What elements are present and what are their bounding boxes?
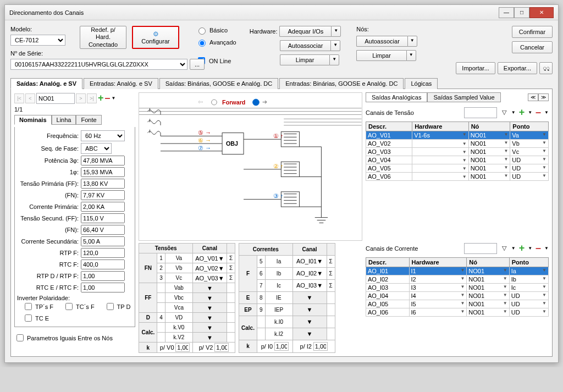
serial-more-button[interactable]: ... (190, 59, 205, 70)
subtab-nominais[interactable]: Nominais (14, 115, 52, 125)
dropdown-icon[interactable]: ▼ (112, 96, 116, 101)
table-row[interactable]: AO_I05I5▼NO01▼UD▼ (366, 300, 548, 308)
svg-text:⑤ →: ⑤ → (198, 129, 212, 136)
pv0-input[interactable] (175, 343, 190, 352)
pi0-input[interactable] (274, 342, 289, 351)
pot1-input[interactable] (81, 167, 125, 177)
tsff-input[interactable] (81, 213, 125, 223)
param-iguais-check[interactable]: Parametros Iguais Entre os Nós (14, 333, 135, 343)
tpsf-check[interactable]: TP´s F (23, 301, 53, 312)
corrp-input[interactable] (81, 202, 125, 212)
minimize-button[interactable]: — (499, 7, 514, 18)
adequar-button[interactable]: Adequar I/Os▼ (279, 26, 341, 37)
cancelar-button[interactable]: Cancelar (512, 41, 553, 53)
tensao-table[interactable]: Descr.HardwareNóPonto AO_V01V1-6s▼NO01▼V… (366, 122, 549, 181)
subtab-linha[interactable]: Linha (52, 115, 76, 125)
hardware-label: Hardware: (250, 28, 278, 35)
filter-corrente-icon[interactable]: ▽ (500, 245, 508, 252)
tce-check[interactable]: TC E (23, 313, 49, 323)
svg-text:① ↑: ① ↑ (273, 132, 283, 139)
corrs-label: Corrente Secundária: (17, 238, 79, 245)
rtce-input[interactable] (81, 283, 125, 292)
freq-label: Frequência: (17, 132, 79, 139)
maximize-button[interactable]: □ (514, 7, 529, 18)
corrs-input[interactable] (81, 236, 125, 246)
add-node-icon[interactable]: + (98, 92, 104, 104)
pot3-input[interactable] (81, 156, 125, 165)
autoassociar-nos-button[interactable]: Autoassociar▼ (356, 36, 417, 47)
remove-node-icon[interactable]: – (105, 92, 111, 104)
importar-button[interactable]: Importar... (456, 62, 495, 74)
scroll-left-button[interactable]: ≪ (528, 93, 538, 101)
close-button[interactable]: ✕ (529, 7, 554, 18)
table-row[interactable]: AO_I06I6▼NO01▼UD▼ (366, 308, 548, 317)
svg-text:② ↑: ② ↑ (273, 163, 283, 169)
add-tensao-icon[interactable]: + (519, 107, 525, 118)
serial-select[interactable]: 00106157AAH33222211U5HVRGLGLGL2Z0XXX (10, 59, 187, 70)
svg-point-1 (253, 99, 260, 106)
add-corrente-icon[interactable]: + (519, 242, 525, 254)
confirmar-button[interactable]: Confirmar (512, 26, 553, 38)
nav-last[interactable]: >| (87, 93, 97, 103)
table-row[interactable]: AO_I02I2▼NO01▼Ib▼ (366, 275, 548, 284)
pv2-input[interactable] (214, 343, 229, 352)
avancado-radio[interactable]: Avançado (196, 38, 236, 47)
scroll-right-button[interactable]: ≫ (538, 93, 549, 101)
tensoes-table: TensõesCanal FN1VaAO_V01▼Σ 2VbAO_V02▼Σ 3… (139, 243, 235, 353)
tensao-filter-input[interactable] (464, 107, 497, 118)
rtpf-input[interactable] (81, 248, 125, 258)
exportar-button[interactable]: Exportar... (498, 62, 537, 74)
table-row[interactable]: AO_I03I3▼NO01▼Ic▼ (366, 284, 548, 292)
pi2-input[interactable] (313, 342, 328, 351)
table-row[interactable]: AO_V04▼NO01▼UD▼ (366, 156, 548, 164)
tpff-label: Tensão Primária (FF): (17, 180, 79, 187)
rtpd-input[interactable] (81, 271, 125, 281)
back-arrow-icon: ⇦ (198, 98, 203, 105)
nav-first[interactable]: |< (14, 93, 24, 103)
rtab-sampled[interactable]: Saídas Sampled Value (427, 92, 500, 102)
tpd-check[interactable]: TP D (104, 301, 131, 312)
tpfn-input[interactable] (81, 190, 125, 200)
tab-entradas-binarias[interactable]: Entradas: Binárias, GOOSE e Analóg. DC (279, 78, 404, 89)
table-row[interactable]: AO_V03▼NO01▼Vc▼ (366, 148, 548, 156)
remove-corrente-icon[interactable]: – (536, 242, 541, 254)
basico-radio[interactable]: Básico (196, 26, 236, 35)
corrente-table[interactable]: Descr.HardwareNóPonto AO_I01I1▼NO01▼Ia▼A… (366, 257, 549, 317)
tab-saidas-binarias[interactable]: Saídas: Binárias, GOOSE e Analóg. DC (159, 78, 278, 89)
corrente-filter-input[interactable] (464, 243, 497, 254)
table-row[interactable]: AO_V06▼NO01▼UD▼ (366, 173, 548, 181)
rtcf-input[interactable] (81, 260, 125, 269)
remove-tensao-icon[interactable]: – (536, 107, 541, 118)
rtcf-label: RTC F: (17, 261, 79, 268)
tab-logicas[interactable]: Lógicas (405, 78, 438, 89)
table-row[interactable]: AO_I04I4▼NO01▼UD▼ (366, 292, 548, 300)
freq-select[interactable]: 60 Hz (81, 130, 125, 141)
subtab-fonte[interactable]: Fonte (76, 115, 101, 125)
node-count: 1/1 (14, 106, 135, 113)
node-input[interactable] (36, 93, 75, 104)
tab-saidas-analog-sv[interactable]: Saídas: Analóg. e SV (10, 78, 82, 89)
table-row[interactable]: AO_V02▼NO01▼Vb▼ (366, 140, 548, 148)
table-row[interactable]: AO_V01V1-6s▼NO01▼Va▼ (366, 131, 548, 140)
rtpd-label: RTP D / RTP F: (17, 273, 79, 279)
autoassociar-hw-button[interactable]: Autoassociar▼ (280, 40, 341, 51)
collapse-button[interactable]: ⵿⵿ (539, 62, 553, 74)
nos-label: Nós: (356, 26, 417, 32)
seq-select[interactable]: ABC (81, 143, 112, 154)
limpar-hw-button[interactable]: Limpar▼ (280, 54, 341, 65)
rtab-analogicas[interactable]: Saídas Analógicas (366, 92, 428, 102)
limpar-nos-button[interactable]: Limpar▼ (356, 50, 417, 61)
model-select[interactable]: CE-7012 (10, 35, 65, 46)
nav-prev[interactable]: < (25, 93, 35, 103)
configurar-button[interactable]: ⚙ Configurar (132, 26, 179, 49)
table-row[interactable]: AO_V05▼NO01▼UD▼ (366, 164, 548, 173)
tab-entradas-analog-sv[interactable]: Entradas: Analóg. e SV (84, 78, 158, 89)
tsfn-input[interactable] (81, 225, 125, 235)
filter-icon[interactable]: ▽ (500, 109, 508, 116)
table-row[interactable]: AO_I01I1▼NO01▼Ia▼ (366, 267, 548, 275)
tpff-input[interactable] (81, 179, 125, 189)
tcsf-check[interactable]: TC´s F (63, 301, 95, 312)
redef-button[interactable]: Redef. p/ Hard. Conectado (80, 26, 126, 49)
nav-next[interactable]: > (76, 93, 86, 103)
tsfn-label: (FN): (17, 227, 79, 233)
